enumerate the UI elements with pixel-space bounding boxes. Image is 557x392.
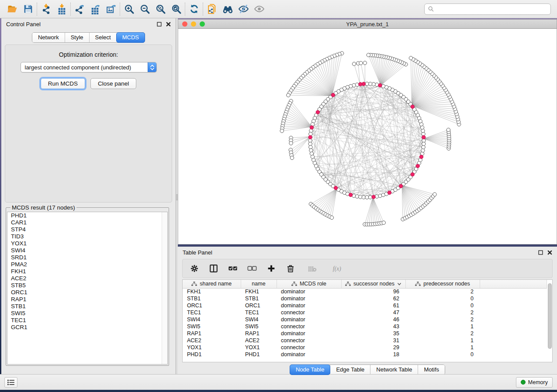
cell-mcds-role[interactable]: connector bbox=[277, 323, 341, 330]
mcds-result-list[interactable]: PHD1CAR1STP4TID3YOX1SWI4SRD1PMA2FKH1ACE2… bbox=[7, 212, 168, 364]
mcds-result-item[interactable]: YOX1 bbox=[7, 240, 167, 247]
memory-button[interactable]: Memory bbox=[516, 377, 553, 388]
cell-successor-nodes[interactable]: 62 bbox=[341, 295, 405, 302]
select-all-checkboxes-button[interactable] bbox=[228, 264, 238, 273]
cell-name[interactable]: TEC1 bbox=[241, 309, 277, 316]
network-node[interactable] bbox=[446, 128, 450, 131]
mcds-node[interactable] bbox=[316, 110, 319, 114]
cell-predecessor-nodes[interactable]: 0 bbox=[405, 302, 480, 309]
mcds-result-item[interactable]: CAR1 bbox=[7, 219, 167, 226]
mcds-result-item[interactable]: TEC1 bbox=[7, 317, 167, 324]
network-node[interactable] bbox=[280, 129, 284, 133]
cell-mcds-role[interactable]: dominator bbox=[277, 330, 341, 337]
cell-successor-nodes[interactable]: 43 bbox=[341, 323, 405, 330]
cell-successor-nodes[interactable]: 46 bbox=[341, 316, 405, 323]
split-columns-button[interactable] bbox=[209, 264, 218, 273]
cell-shared-name[interactable]: TEC1 bbox=[183, 309, 241, 316]
cell-successor-nodes[interactable]: 31 bbox=[341, 337, 405, 344]
mcds-result-item[interactable]: SRD1 bbox=[7, 254, 167, 261]
cell-shared-name[interactable]: SWI4 bbox=[183, 316, 241, 323]
mcds-node[interactable] bbox=[416, 164, 419, 168]
mcds-result-item[interactable]: PMA2 bbox=[7, 261, 167, 268]
cell-shared-name[interactable]: STB1 bbox=[183, 295, 241, 302]
mcds-node[interactable] bbox=[378, 83, 382, 87]
mcds-node[interactable] bbox=[411, 105, 414, 108]
table-row[interactable]: TEC1TEC1connector472 bbox=[183, 309, 547, 316]
mcds-node[interactable] bbox=[387, 191, 391, 194]
cell-predecessor-nodes[interactable]: 2 bbox=[405, 316, 480, 323]
network-node[interactable] bbox=[367, 53, 370, 57]
cell-name[interactable]: ACE2 bbox=[241, 337, 277, 344]
cell-predecessor-nodes[interactable]: 1 bbox=[405, 344, 480, 351]
cell-mcds-role[interactable]: dominator bbox=[277, 288, 341, 295]
import-table-button[interactable] bbox=[54, 2, 69, 16]
network-node[interactable] bbox=[363, 61, 367, 65]
mcds-result-item[interactable]: SWI4 bbox=[7, 247, 167, 254]
table-row[interactable]: RAP1RAP1dominator352 bbox=[183, 330, 547, 337]
cell-name[interactable]: RAP1 bbox=[241, 330, 277, 337]
mcds-node[interactable] bbox=[419, 155, 423, 158]
mcds-node[interactable] bbox=[334, 186, 337, 189]
mcds-result-item[interactable]: STB5 bbox=[7, 282, 167, 289]
cell-successor-nodes[interactable]: 18 bbox=[341, 351, 405, 358]
network-node[interactable] bbox=[287, 93, 290, 97]
export-table-button[interactable] bbox=[87, 2, 103, 16]
share-document-button[interactable] bbox=[204, 2, 220, 16]
cell-successor-nodes[interactable]: 35 bbox=[341, 330, 405, 337]
cell-predecessor-nodes[interactable]: 0 bbox=[405, 295, 480, 302]
tab-motifs[interactable]: Motifs bbox=[418, 365, 445, 375]
network-view-canvas[interactable] bbox=[178, 29, 557, 244]
table-row[interactable]: ORC1ORC1dominator610 bbox=[183, 302, 547, 309]
network-node[interactable] bbox=[409, 56, 412, 60]
mcds-node[interactable] bbox=[331, 93, 335, 97]
table-row[interactable]: STB1STB1dominator620 bbox=[183, 295, 547, 302]
mcds-result-item[interactable]: GCR1 bbox=[7, 324, 167, 331]
open-file-button[interactable] bbox=[4, 2, 20, 16]
network-node[interactable] bbox=[290, 156, 294, 159]
network-node[interactable] bbox=[433, 193, 436, 196]
mcds-node[interactable] bbox=[422, 135, 426, 139]
table-row[interactable]: YOX1YOX1connector291 bbox=[183, 344, 547, 351]
cell-shared-name[interactable]: SWI5 bbox=[183, 323, 241, 330]
mcds-result-item[interactable]: TID3 bbox=[7, 233, 167, 240]
float-panel-icon[interactable] bbox=[157, 22, 162, 27]
network-node[interactable] bbox=[352, 62, 356, 65]
tab-select[interactable]: Select bbox=[89, 33, 117, 42]
float-table-panel-icon[interactable] bbox=[538, 250, 543, 255]
zoom-out-button[interactable] bbox=[137, 2, 152, 16]
close-panel-button[interactable]: Close panel bbox=[90, 78, 136, 89]
cell-predecessor-nodes[interactable]: 2 bbox=[405, 309, 480, 316]
network-node[interactable] bbox=[359, 61, 363, 65]
tab-edge-table[interactable]: Edge Table bbox=[330, 365, 370, 375]
mcds-result-item[interactable]: RAP1 bbox=[7, 296, 167, 303]
delete-column-trash-button[interactable] bbox=[286, 264, 295, 273]
close-panel-icon[interactable] bbox=[166, 22, 171, 27]
table-row[interactable]: ACE2ACE2connector311 bbox=[183, 337, 547, 344]
cell-name[interactable]: ORC1 bbox=[241, 302, 277, 309]
mcds-result-item[interactable]: ORC1 bbox=[7, 289, 167, 296]
cell-name[interactable]: SWI5 bbox=[241, 323, 277, 330]
mcds-result-item[interactable]: SWI5 bbox=[7, 310, 167, 317]
cell-predecessor-nodes[interactable]: 0 bbox=[405, 351, 480, 358]
network-node[interactable] bbox=[382, 221, 385, 224]
network-node[interactable] bbox=[289, 141, 293, 145]
cell-successor-nodes[interactable]: 47 bbox=[341, 309, 405, 316]
mcds-node[interactable] bbox=[399, 184, 402, 188]
add-column-button[interactable] bbox=[266, 264, 276, 273]
mcds-node[interactable] bbox=[349, 193, 353, 196]
cell-mcds-role[interactable]: dominator bbox=[277, 351, 341, 358]
optimization-criterion-dropdown[interactable]: largest connected component (undirected) bbox=[21, 62, 157, 72]
table-scrollbar[interactable] bbox=[548, 283, 552, 349]
cell-name[interactable]: SWI4 bbox=[241, 316, 277, 323]
cell-shared-name[interactable]: YOX1 bbox=[183, 344, 241, 351]
tab-mcds[interactable]: MCDS bbox=[116, 32, 145, 43]
mcds-node[interactable] bbox=[372, 195, 375, 199]
column-header-shared-name[interactable]: shared name bbox=[183, 280, 241, 288]
column-header-name[interactable]: name bbox=[241, 280, 277, 288]
column-header-successor-nodes[interactable]: successor nodes bbox=[341, 280, 405, 288]
tab-network[interactable]: Network bbox=[32, 33, 65, 42]
cell-predecessor-nodes[interactable]: 1 bbox=[405, 323, 480, 330]
close-table-panel-icon[interactable] bbox=[547, 250, 552, 255]
mcds-result-item[interactable]: STP4 bbox=[7, 226, 167, 233]
zoom-selected-button[interactable] bbox=[168, 2, 184, 16]
